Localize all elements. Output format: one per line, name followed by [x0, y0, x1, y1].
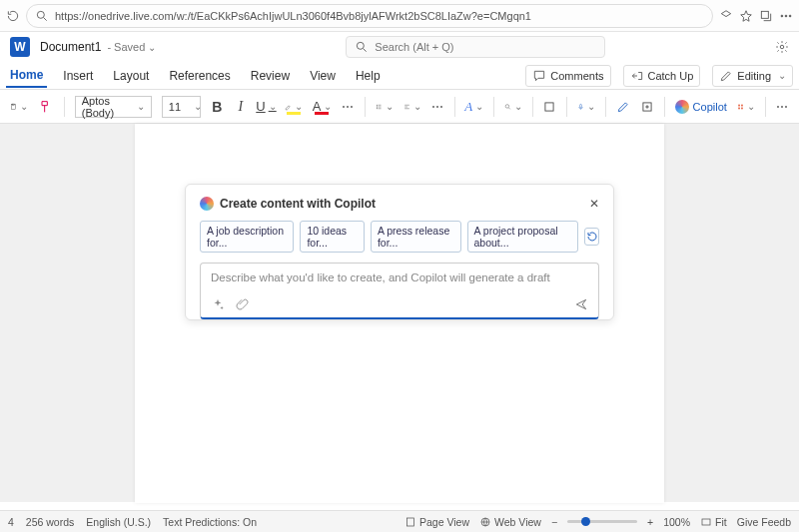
suggestion-chip[interactable]: A job description for...	[200, 221, 294, 253]
svg-rect-18	[738, 107, 740, 109]
svg-point-12	[505, 104, 509, 108]
tab-layout[interactable]: Layout	[109, 65, 153, 87]
comment-icon	[532, 69, 546, 83]
browser-more-icon[interactable]	[779, 9, 793, 23]
ribbon-more-button[interactable]: ⋯	[776, 98, 789, 116]
title-bar: W Document1 - Saved Search (Alt + Q)	[0, 32, 799, 62]
svg-rect-20	[407, 518, 414, 526]
font-color-button[interactable]: A	[313, 98, 331, 116]
bold-button[interactable]: B	[211, 98, 224, 116]
paste-button[interactable]	[10, 98, 28, 116]
more-para-button[interactable]: ⋯	[431, 98, 444, 116]
favorites-icon[interactable]	[739, 9, 753, 23]
search-icon	[35, 9, 49, 23]
svg-point-5	[358, 42, 365, 49]
url-text: https://onedrive.live.com/w:/t/EaCKkPs6A…	[55, 10, 531, 22]
copilot-logo-icon	[200, 197, 214, 211]
language-status[interactable]: English (U.S.)	[86, 516, 151, 528]
catchup-icon	[630, 69, 644, 83]
font-name-select[interactable]: Aptos (Body)	[75, 96, 152, 118]
zoom-slider[interactable]	[567, 520, 637, 523]
highlight-button[interactable]	[285, 98, 303, 116]
page-indicator[interactable]: 4	[8, 516, 14, 528]
svg-rect-22	[702, 519, 710, 525]
pencil-icon	[719, 69, 733, 83]
web-view-button[interactable]: Web View	[479, 516, 541, 528]
read-aloud-icon[interactable]	[719, 9, 733, 23]
svg-point-9	[377, 104, 378, 105]
find-button[interactable]	[504, 98, 522, 116]
attach-icon[interactable]	[235, 297, 249, 311]
underline-button[interactable]: U	[257, 98, 275, 116]
save-status[interactable]: - Saved	[111, 40, 156, 54]
copilot-button[interactable]: Copilot	[675, 100, 727, 114]
editing-mode-button[interactable]: Editing	[712, 65, 793, 87]
browser-address-bar: https://onedrive.live.com/w:/t/EaCKkPs6A…	[0, 0, 799, 32]
suggestion-chip[interactable]: 10 ideas for...	[300, 221, 364, 253]
svg-point-6	[780, 45, 784, 49]
fit-button[interactable]: Fit	[700, 516, 727, 528]
svg-point-11	[377, 108, 378, 109]
suggestion-chip[interactable]: A press release for...	[371, 221, 461, 253]
svg-rect-16	[738, 104, 740, 106]
status-bar: 4 256 words English (U.S.) Text Predicti…	[0, 510, 799, 532]
font-size-select[interactable]: 11	[162, 96, 201, 118]
tab-review[interactable]: Review	[247, 65, 294, 87]
sparkle-icon[interactable]	[211, 297, 225, 311]
copilot-logo-icon	[675, 100, 689, 114]
zoom-in-button[interactable]: +	[647, 516, 653, 528]
close-icon[interactable]: ✕	[589, 197, 599, 211]
tab-view[interactable]: View	[306, 65, 340, 87]
catch-up-button[interactable]: Catch Up	[623, 65, 701, 87]
svg-rect-14	[580, 104, 582, 108]
search-icon	[355, 40, 369, 54]
document-page[interactable]: Create content with Copilot ✕ A job desc…	[135, 124, 664, 503]
settings-gear-icon[interactable]	[775, 40, 789, 54]
suggestion-chip[interactable]: A project proposal about...	[467, 221, 579, 253]
collections-icon[interactable]	[759, 9, 773, 23]
svg-point-0	[37, 11, 44, 18]
tab-help[interactable]: Help	[352, 65, 385, 87]
word-logo-icon[interactable]: W	[10, 37, 30, 57]
copilot-title: Create content with Copilot	[220, 197, 376, 211]
comments-button[interactable]: Comments	[525, 65, 610, 87]
copilot-suggestions: A job description for... 10 ideas for...…	[200, 221, 599, 253]
search-placeholder: Search (Alt + Q)	[375, 41, 453, 53]
app-grid-button[interactable]	[737, 98, 755, 116]
svg-rect-13	[545, 102, 553, 110]
document-title[interactable]: Document1	[40, 40, 101, 54]
document-canvas: Create content with Copilot ✕ A job desc…	[0, 124, 799, 502]
zoom-value[interactable]: 100%	[663, 516, 690, 528]
svg-rect-1	[761, 11, 768, 18]
word-count[interactable]: 256 words	[26, 516, 74, 528]
format-painter-button[interactable]	[38, 98, 54, 116]
copilot-prompt-input[interactable]: Describe what you'd like to create, and …	[200, 263, 599, 319]
page-view-button[interactable]: Page View	[404, 516, 469, 528]
feedback-button[interactable]: Give Feedb	[737, 516, 791, 528]
copilot-panel: Create content with Copilot ✕ A job desc…	[185, 184, 614, 320]
refresh-suggestions-icon[interactable]	[584, 228, 599, 246]
designer-button[interactable]	[542, 98, 556, 116]
ink-button[interactable]	[616, 98, 630, 116]
send-icon[interactable]	[574, 297, 588, 311]
tab-insert[interactable]: Insert	[59, 65, 97, 87]
more-font-button[interactable]: ⋯	[341, 98, 354, 116]
copilot-placeholder: Describe what you'd like to create, and …	[211, 271, 588, 287]
svg-point-3	[785, 15, 787, 17]
text-predictions-status[interactable]: Text Predictions: On	[163, 516, 257, 528]
ribbon-toolbar: Aptos (Body) 11 B I U A ⋯ ⋯ A Copilot ⋯	[0, 90, 799, 124]
search-box[interactable]: Search (Alt + Q)	[346, 36, 605, 58]
zoom-out-button[interactable]: −	[551, 516, 557, 528]
tab-home[interactable]: Home	[6, 64, 47, 88]
svg-point-10	[377, 106, 378, 107]
dictate-button[interactable]	[577, 98, 595, 116]
align-button[interactable]	[403, 98, 421, 116]
italic-button[interactable]: I	[234, 98, 247, 116]
styles-button[interactable]: A	[465, 98, 483, 116]
addins-button[interactable]	[640, 98, 654, 116]
svg-point-4	[789, 15, 791, 17]
address-field[interactable]: https://onedrive.live.com/w:/t/EaCKkPs6A…	[26, 4, 713, 28]
refresh-icon[interactable]	[6, 9, 20, 23]
bullets-button[interactable]	[376, 98, 394, 116]
tab-references[interactable]: References	[165, 65, 234, 87]
